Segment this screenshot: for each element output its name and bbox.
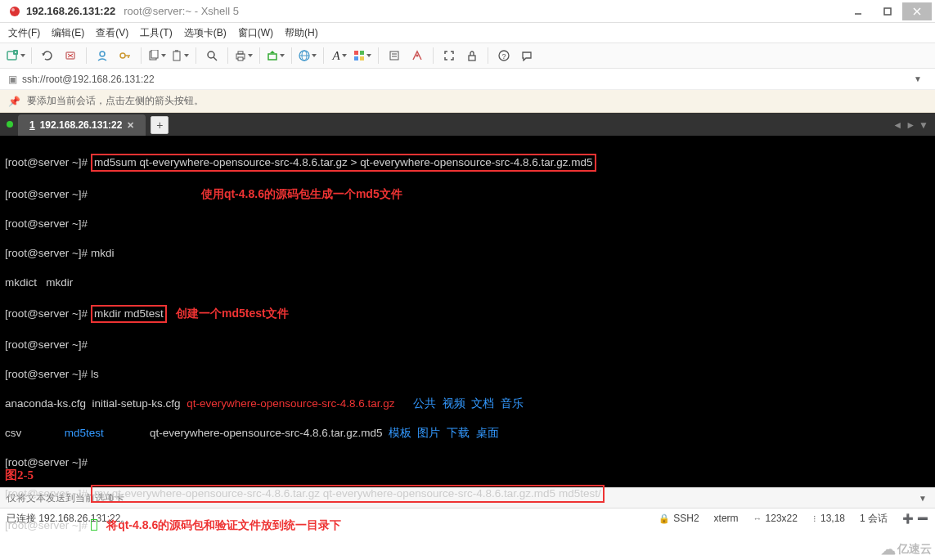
watermark: ☁ 亿速云	[881, 540, 932, 558]
window-controls	[843, 2, 932, 20]
title-address: 192.168.26.131:22	[26, 5, 115, 17]
menu-file[interactable]: 文件(F)	[8, 26, 40, 40]
find-button[interactable]	[201, 45, 223, 66]
menu-window[interactable]: 窗口(W)	[238, 26, 273, 40]
svg-point-39	[416, 55, 419, 57]
svg-rect-27	[268, 54, 276, 60]
cmd-mkdir: mkdir md5test	[91, 305, 167, 323]
svg-line-23	[214, 57, 217, 60]
svg-rect-35	[360, 56, 364, 60]
menu-view[interactable]: 查看(V)	[96, 26, 128, 40]
minimize-button[interactable]	[843, 2, 873, 20]
svg-rect-36	[390, 52, 398, 60]
tab-list-icon[interactable]: ▼	[919, 119, 928, 131]
menu-tools[interactable]: 工具(T)	[140, 26, 172, 40]
hint-bar: 📌 要添加当前会话，点击左侧的箭头按钮。	[0, 90, 935, 113]
disconnect-button[interactable]	[60, 45, 81, 66]
svg-rect-20	[173, 52, 180, 60]
cmd-ls: ls	[91, 368, 99, 380]
svg-rect-34	[354, 56, 358, 60]
tab-close-icon[interactable]: ✕	[127, 120, 134, 131]
paste-button[interactable]	[169, 45, 191, 66]
tab-prev-icon[interactable]: ◄	[892, 119, 902, 131]
key-button[interactable]	[115, 45, 136, 66]
address-bar[interactable]: ▣ ssh://root@192.168.26.131:22 ▼	[0, 69, 935, 90]
script-button[interactable]	[384, 45, 405, 66]
svg-point-14	[100, 52, 105, 56]
terminal[interactable]: [root@server ~]# md5sum qt-everywhere-op…	[0, 136, 935, 487]
font-button[interactable]: A	[329, 45, 350, 66]
svg-rect-40	[469, 56, 475, 60]
reconnect-button[interactable]	[37, 45, 58, 66]
annotation-mv: 将qt-4.8.6的源码包和验证文件放到统一目录下	[106, 518, 341, 531]
svg-rect-19	[151, 50, 158, 58]
svg-rect-21	[175, 50, 178, 52]
cmd-mkdi: mkdi	[91, 247, 115, 259]
close-button[interactable]	[902, 2, 932, 20]
menu-help[interactable]: 帮助(H)	[285, 26, 318, 40]
menu-bar: 文件(F) 编辑(E) 查看(V) 工具(T) 选项卡(B) 窗口(W) 帮助(…	[0, 23, 935, 43]
tab-nav: ◄ ► ▼	[892, 119, 932, 136]
svg-rect-26	[238, 57, 243, 60]
tab-number: 1	[29, 119, 35, 131]
svg-rect-25	[238, 52, 243, 54]
tab-bar: 1 192.168.26.131:22 ✕ + ◄ ► ▼	[0, 113, 935, 136]
fullscreen-button[interactable]	[438, 45, 460, 66]
new-session-button[interactable]	[5, 45, 26, 66]
completion-output: mkdict mkdir	[5, 276, 73, 289]
svg-text:?: ?	[501, 52, 506, 60]
svg-rect-3	[884, 8, 891, 15]
svg-point-0	[10, 7, 20, 16]
menu-edit[interactable]: 编辑(E)	[52, 26, 84, 40]
svg-rect-33	[360, 51, 364, 55]
xagent-button[interactable]	[407, 45, 428, 66]
profile-button[interactable]	[92, 45, 113, 66]
bookmark-icon[interactable]: ▣	[8, 74, 17, 85]
copy-button[interactable]	[146, 45, 168, 66]
cmd-mv: mv qt-everywhere-opensource-src-4.8.6.ta…	[91, 485, 605, 503]
maximize-button[interactable]	[873, 2, 902, 20]
language-button[interactable]	[297, 45, 318, 66]
app-icon	[8, 5, 21, 18]
cmd-md5sum: md5sum qt-everywhere-opensource-src-4.8.…	[91, 154, 596, 172]
dropdown-icon[interactable]: ▼	[909, 74, 927, 83]
file-transfer-button[interactable]	[265, 45, 286, 66]
new-tab-button[interactable]: +	[151, 116, 169, 134]
print-button[interactable]	[233, 45, 254, 66]
tab-active[interactable]: 1 192.168.26.131:22 ✕	[18, 114, 146, 136]
connection-status-icon	[7, 121, 13, 128]
cloud-icon: ☁	[881, 540, 896, 558]
address-url: ssh://root@192.168.26.131:22	[22, 74, 155, 85]
annotation-md5sum: 使用qt-4.8.6的源码包生成一个md5文件	[201, 187, 402, 200]
svg-point-1	[11, 8, 15, 11]
svg-marker-28	[270, 51, 275, 53]
pin-icon[interactable]: 📌	[8, 96, 20, 107]
cursor	[91, 519, 97, 531]
svg-point-15	[120, 53, 125, 58]
help-button[interactable]: ?	[493, 45, 515, 66]
hint-text: 要添加当前会话，点击左侧的箭头按钮。	[27, 94, 204, 108]
tab-next-icon[interactable]: ►	[906, 119, 915, 131]
title-bar: 192.168.26.131:22 root@server:~ - Xshell…	[0, 0, 935, 23]
tab-label: 192.168.26.131:22	[40, 119, 123, 131]
lock-button[interactable]	[461, 45, 483, 66]
chat-button[interactable]	[516, 45, 537, 66]
annotation-mkdir: 创建一个md5test文件	[176, 307, 289, 320]
svg-rect-32	[354, 51, 358, 55]
svg-point-22	[208, 52, 214, 58]
menu-tabs[interactable]: 选项卡(B)	[184, 26, 227, 40]
toolbar: A ?	[0, 43, 935, 69]
title-subtitle: root@server:~ - Xshell 5	[124, 5, 239, 17]
color-button[interactable]	[352, 45, 373, 66]
figure-label: 图2-5	[5, 468, 34, 482]
